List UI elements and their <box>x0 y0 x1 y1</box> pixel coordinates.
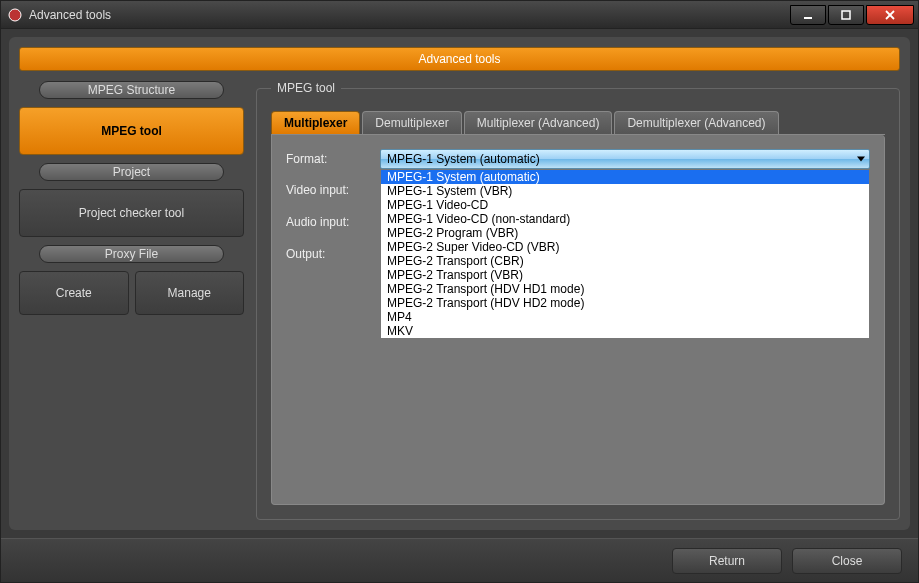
row-format: Format: MPEG-1 System (automatic) MPEG-1… <box>286 149 870 169</box>
sidebar: MPEG Structure MPEG tool Project Project… <box>19 81 244 520</box>
format-option[interactable]: MPEG-1 Video-CD <box>381 198 869 212</box>
return-button[interactable]: Return <box>672 548 782 574</box>
format-option[interactable]: MPEG-1 Video-CD (non-standard) <box>381 212 869 226</box>
label-audio-input: Audio input: <box>286 215 370 229</box>
app-window: Advanced tools Advanced tools MPEG Struc… <box>0 0 919 583</box>
sidebar-btn-mpeg-tool[interactable]: MPEG tool <box>19 107 244 155</box>
footer: Return Close <box>1 538 918 582</box>
columns: MPEG Structure MPEG tool Project Project… <box>19 81 900 520</box>
mpeg-tool-panel: MPEG tool Multiplexer Demultiplexer Mult… <box>256 81 900 520</box>
sidebar-btn-create[interactable]: Create <box>19 271 129 315</box>
panel-legend: MPEG tool <box>271 81 341 95</box>
group-label-mpeg-structure: MPEG Structure <box>39 81 224 99</box>
format-option[interactable]: MPEG-2 Super Video-CD (VBR) <box>381 240 869 254</box>
window-controls <box>788 5 914 25</box>
close-dialog-button[interactable]: Close <box>792 548 902 574</box>
format-dropdown[interactable]: MPEG-1 System (automatic)MPEG-1 System (… <box>380 169 870 339</box>
proxy-file-row: Create Manage <box>19 271 244 315</box>
chevron-down-icon <box>857 157 865 162</box>
titlebar: Advanced tools <box>1 1 918 29</box>
tabstrip: Multiplexer Demultiplexer Multiplexer (A… <box>271 111 885 135</box>
close-button[interactable] <box>866 5 914 25</box>
sidebar-btn-manage[interactable]: Manage <box>135 271 245 315</box>
svg-rect-2 <box>842 11 850 19</box>
tab-multiplexer-advanced[interactable]: Multiplexer (Advanced) <box>464 111 613 134</box>
main-panel: MPEG tool Multiplexer Demultiplexer Mult… <box>256 81 900 520</box>
format-option[interactable]: MPEG-1 System (VBR) <box>381 184 869 198</box>
app-icon <box>7 7 23 23</box>
format-option[interactable]: MPEG-2 Transport (CBR) <box>381 254 869 268</box>
format-select-wrap: MPEG-1 System (automatic) MPEG-1 System … <box>380 149 870 169</box>
content-frame: Advanced tools MPEG Structure MPEG tool … <box>9 37 910 530</box>
label-video-input: Video input: <box>286 183 370 197</box>
format-selected-value: MPEG-1 System (automatic) <box>387 152 540 166</box>
format-option[interactable]: MKV <box>381 324 869 338</box>
format-combobox[interactable]: MPEG-1 System (automatic) <box>380 149 870 169</box>
format-option[interactable]: MPEG-2 Transport (VBR) <box>381 268 869 282</box>
tab-body: Format: MPEG-1 System (automatic) MPEG-1… <box>271 135 885 505</box>
format-option[interactable]: MPEG-1 System (automatic) <box>381 170 869 184</box>
svg-rect-1 <box>804 17 812 19</box>
format-option[interactable]: MPEG-2 Transport (HDV HD2 mode) <box>381 296 869 310</box>
window-title: Advanced tools <box>29 8 111 22</box>
tab-demultiplexer[interactable]: Demultiplexer <box>362 111 461 134</box>
sidebar-btn-project-checker[interactable]: Project checker tool <box>19 189 244 237</box>
group-label-project: Project <box>39 163 224 181</box>
group-label-proxy-file: Proxy File <box>39 245 224 263</box>
banner: Advanced tools <box>19 47 900 71</box>
minimize-button[interactable] <box>790 5 826 25</box>
format-option[interactable]: MP4 <box>381 310 869 324</box>
svg-point-0 <box>9 9 21 21</box>
tab-multiplexer[interactable]: Multiplexer <box>271 111 360 134</box>
label-format: Format: <box>286 152 370 166</box>
tab-demultiplexer-advanced[interactable]: Demultiplexer (Advanced) <box>614 111 778 134</box>
label-output: Output: <box>286 247 370 261</box>
maximize-button[interactable] <box>828 5 864 25</box>
format-option[interactable]: MPEG-2 Transport (HDV HD1 mode) <box>381 282 869 296</box>
format-option[interactable]: MPEG-2 Program (VBR) <box>381 226 869 240</box>
